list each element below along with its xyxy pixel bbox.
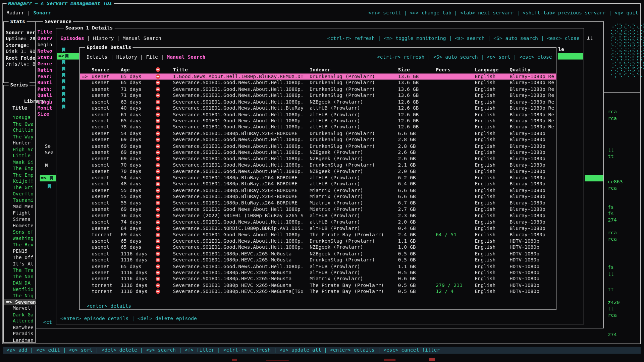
release-indexer: Miatrix (Prowlarr) — [310, 187, 363, 193]
release-age: 40 days — [121, 105, 142, 111]
series-item[interactable]: The Emp — [4, 172, 36, 178]
series-item[interactable]: Tsunami — [4, 197, 36, 203]
release-row[interactable]: usenet1116 daysSeverance.S01E01.1080p.HE… — [80, 270, 556, 276]
release-indexer: DrunkenSlug (Prowlarr) — [310, 73, 375, 79]
series-item[interactable]: Flight — [4, 210, 36, 216]
release-row[interactable]: usenet65 daysSeverance.S01E01.Good.News.… — [80, 80, 556, 86]
bottom-keybind-bar: <a> add | <e> edit | <o> sort | <del> de… — [3, 347, 641, 354]
release-row[interactable]: torrent1116 daysSeverance S01E01 1080p H… — [80, 282, 556, 289]
release-row[interactable]: usenet61 daysSeverance.S01E01.Good.News.… — [80, 111, 556, 118]
release-row[interactable]: usenet1116 daysSeverance.S01E01.1080p.HE… — [80, 257, 556, 263]
series-item[interactable]: The Way — [4, 134, 36, 140]
release-row[interactable]: usenet65 daysSeverance.S01E01.Good.News.… — [80, 244, 556, 251]
rejected-icon — [156, 157, 160, 161]
series-item[interactable]: Yosuga — [4, 115, 36, 121]
release-row[interactable]: usenet54 daysSeverance.S01E01.1080p.BluR… — [80, 175, 556, 181]
global-keybinds: <↑↓> scroll | <↔> change tab | <tab> nex… — [368, 10, 638, 16]
tab-library[interactable]: Library — [24, 99, 45, 104]
tab-details[interactable]: Details — [87, 54, 107, 60]
release-row[interactable]: =>usenet65 days1.Good.News.About.Hell.10… — [80, 73, 556, 80]
release-age: 70 days — [121, 162, 142, 168]
series-item[interactable]: The Nig — [4, 293, 36, 299]
seasons-header-fragment: Se — [45, 143, 51, 149]
screen-edge-artifact — [232, 359, 237, 361]
series-item[interactable]: It's Al — [4, 261, 36, 267]
series-item[interactable]: DAN DA — [4, 280, 36, 286]
tab-episodes[interactable]: Episodes — [60, 35, 84, 41]
release-row[interactable]: usenet70 daysSeverance.S01E01.Good.News.… — [80, 162, 556, 169]
series-item[interactable]: The Rev — [4, 242, 36, 248]
series-item[interactable]: Little — [4, 153, 36, 159]
tab-radarr[interactable]: Radarr — [7, 10, 24, 15]
series-item[interactable]: Netflix — [4, 286, 36, 293]
series-item[interactable]: The Qwa — [4, 121, 36, 127]
series-item[interactable]: Overflo — [4, 191, 36, 197]
tab-history[interactable]: History — [93, 35, 114, 41]
release-row[interactable]: usenet1116 daysSeverance.S01E01.1080p.HE… — [80, 276, 556, 282]
selection-arrow: => — [58, 53, 64, 59]
series-item[interactable]: The Gri — [4, 184, 36, 191]
release-row[interactable]: usenet1116 daysSeverance.S01E01.1080p.HE… — [80, 251, 556, 257]
release-row[interactable]: usenet69 daysSeverance.S01E01.Good.News.… — [80, 149, 556, 156]
release-row[interactable]: usenet70 daysSeverance.S01E01.Good.News.… — [80, 168, 556, 175]
release-row[interactable]: usenet69 daysSeverance.S01E01.Good.News.… — [80, 137, 556, 143]
series-item[interactable]: The Off — [4, 254, 36, 261]
release-row[interactable]: usenet71 daysSeverance.S01E01.Good.News.… — [80, 93, 556, 99]
series-item[interactable]: Batwhee — [4, 324, 36, 331]
series-item[interactable]: Chillin — [4, 127, 36, 134]
release-quality: HDTV-1080p — [510, 238, 539, 244]
series-item[interactable]: Hunter — [4, 140, 36, 146]
release-row[interactable]: usenet55 daysSeverance.S01E01.1080p.BluR… — [80, 200, 556, 206]
release-row[interactable]: usenet78 daysSeverance.S01E01.Good.News.… — [80, 124, 556, 130]
release-row[interactable]: usenet55 daysSeverance.S01E01.1080p.BluR… — [80, 187, 556, 194]
text-fragment: 274 — [608, 331, 617, 338]
series-item[interactable]: Marvel' — [4, 305, 36, 312]
release-row[interactable]: usenet63 daysSeverance.S01E01.Good.News.… — [80, 99, 556, 105]
tab-manual-search[interactable]: Manual Search — [167, 54, 205, 60]
episode-row-selected-fragment[interactable]: => — [57, 53, 80, 59]
release-row[interactable]: usenet74 daysSeverance.S01E01.Good.News.… — [80, 219, 556, 225]
release-row[interactable]: usenet69 daysSeverance.S01E01.Good.News.… — [80, 143, 556, 149]
release-indexer: NZBgeek (Prowlarr) — [310, 168, 363, 174]
series-item[interactable]: Keijo!! — [4, 178, 36, 184]
release-row[interactable]: usenet65 daysSeverance.S01E01 Good News … — [80, 118, 556, 124]
series-item[interactable]: Homeste — [4, 223, 36, 229]
release-row[interactable]: usenet48 daysSeverance.S01E01.1080p.BluR… — [80, 181, 556, 187]
release-row[interactable]: usenet36 daysSeverance (2022) S01E01 (10… — [80, 213, 556, 219]
series-item[interactable]: => Severan — [4, 299, 36, 305]
tab-history[interactable]: History — [116, 54, 137, 60]
series-item[interactable]: Sons of — [4, 229, 36, 235]
series-item[interactable]: PEN15 — [4, 248, 36, 254]
series-item[interactable]: Landman — [4, 337, 36, 344]
series-item[interactable]: The Emp — [4, 165, 36, 172]
release-size: 1.1 GB — [398, 263, 416, 269]
tab-sonarr[interactable]: Sonarr — [33, 10, 51, 15]
release-row[interactable]: usenet65 daysSeverance.S01E01.Good.News.… — [80, 238, 556, 244]
series-item[interactable]: Sirens — [4, 216, 36, 223]
series-item[interactable]: High Sc — [4, 146, 36, 153]
release-row[interactable]: usenet54 daysSeverance.S01E01.1080p.BluR… — [80, 130, 556, 137]
release-row[interactable]: usenet40 daysSeverance.S01E01.Good.News.… — [80, 105, 556, 112]
release-row[interactable]: torrent1116 daysSeverance.S01E01.1080p.H… — [80, 289, 556, 295]
series-item[interactable]: Mask Gi — [4, 159, 36, 165]
release-row[interactable]: usenet69 daysSeverance S01E01 Good News … — [80, 206, 556, 213]
series-item[interactable]: Paradis — [4, 331, 36, 337]
season-row-selected-fragment[interactable]: => — [40, 175, 56, 182]
series-item[interactable]: Dark Ga — [4, 312, 36, 318]
release-row[interactable]: torrent69 daysSeverance S01E01 Good News… — [80, 232, 556, 238]
release-quality: Bluray-1080p — [510, 225, 545, 231]
tab-file[interactable]: File — [146, 54, 158, 60]
series-item[interactable]: The Tra — [4, 267, 36, 274]
release-size: 2.6 GB — [398, 149, 416, 156]
release-row[interactable]: usenet65 daysSeverance.S01E01.Good.News.… — [80, 263, 556, 270]
release-row[interactable]: usenet69 daysSeverance.S01E01.Good.News.… — [80, 156, 556, 162]
release-row[interactable]: usenet64 daysSeverance.S01E01.NORDiC.108… — [80, 225, 556, 232]
series-item[interactable]: Mad Men — [4, 203, 36, 210]
panel-title: Stats — [9, 18, 27, 24]
series-item[interactable]: Altered — [4, 318, 36, 324]
release-row[interactable]: usenet55 daysSeverance.S01E01.1080p.BluR… — [80, 194, 556, 200]
series-item[interactable]: The Nan — [4, 274, 36, 280]
tab-manual-search[interactable]: Manual Search — [123, 35, 161, 41]
release-row[interactable]: usenet71 daysSeverance.S01E01.Good.News.… — [80, 86, 556, 93]
series-item[interactable]: Washing — [4, 235, 36, 242]
